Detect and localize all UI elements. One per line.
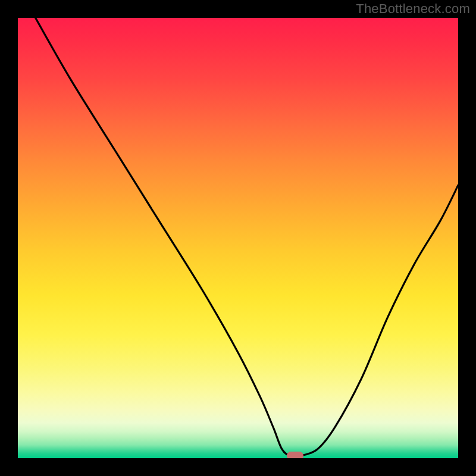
curve-path bbox=[36, 18, 458, 457]
plot-area bbox=[18, 18, 458, 458]
optimal-point-marker bbox=[287, 452, 303, 458]
chart-frame: TheBottleneck.com bbox=[0, 0, 476, 476]
watermark-text: TheBottleneck.com bbox=[356, 1, 470, 17]
bottleneck-curve bbox=[18, 18, 458, 458]
